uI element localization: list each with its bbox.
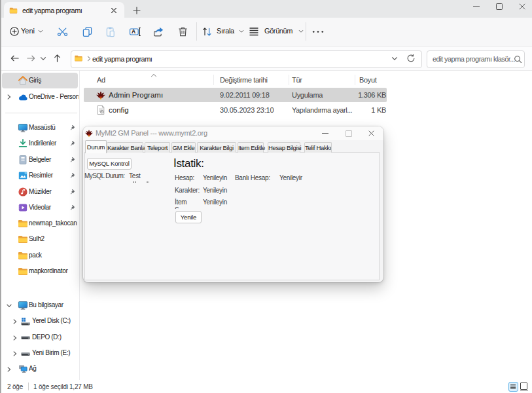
svg-text:A: A bbox=[132, 28, 135, 35]
